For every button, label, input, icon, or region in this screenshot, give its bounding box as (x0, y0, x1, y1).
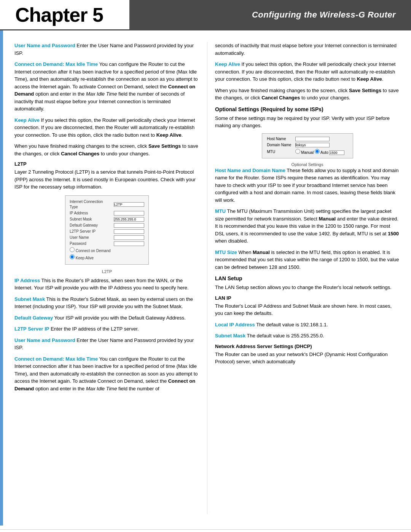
subnet-mask2-text: The default value is 255.255.255.0. (245, 333, 324, 339)
content-wrapper: User Name and Password Enter the User Na… (0, 30, 411, 526)
save-settings-text3: to undo your changes. (99, 151, 150, 157)
mtu-term: MTU (215, 208, 226, 214)
l2tp-server-ip-term: L2TP Server IP (14, 326, 49, 332)
chapter-title: Chapter 5 (15, 3, 103, 26)
host-domain-p: Host Name and Domain Name These fields a… (215, 167, 400, 204)
chapter-subtitle: Configuring the Wireless-G Router (252, 10, 396, 20)
main-content: User Name and Password Enter the User Na… (3, 30, 411, 526)
l2tp-type-field[interactable] (114, 202, 144, 207)
right-keep-alive-p: Keep Alive If you select this option, th… (215, 61, 400, 83)
right-save-bold1: Save Settings (349, 88, 381, 93)
left-column: User Name and Password Enter the User Na… (3, 42, 207, 514)
save-settings-text1: When you have finished making changes to… (14, 143, 148, 149)
mtu-size-text1: When (237, 249, 253, 255)
lan-setup-heading: LAN Setup (215, 275, 400, 281)
host-name-field[interactable] (295, 137, 330, 141)
page-header: Chapter 5 Configuring the Wireless-G Rou… (0, 0, 411, 30)
optional-settings-caption: Optional Settings (215, 162, 400, 167)
right-save-text3: to undo your changes. (300, 95, 350, 101)
ip-address-text: This is the Router's IP address, when se… (14, 278, 189, 291)
connect-on-demand-term: Connect on Demand: Max Idle Time (14, 61, 98, 67)
connect-on-demand-text6: field the number of (117, 386, 159, 391)
max-idle-time-italic: Max Idle Time (86, 91, 117, 97)
local-ip-term: Local IP Address (215, 322, 255, 328)
mtu-size-manual-bold: Manual (253, 249, 270, 255)
page-footer: Wireless-G VPN Router with RangeBooster … (0, 529, 411, 532)
keep-alive-bold: Keep Alive (156, 132, 182, 138)
keep-alive-text2: . (182, 132, 183, 138)
default-gateway-term: Default Gateway (14, 315, 53, 321)
chapter-title-area: Chapter 5 (0, 0, 129, 29)
mtu-auto-radio-label: Auto (315, 150, 328, 155)
right-p1: seconds of inactivity that must elapse b… (215, 42, 400, 57)
user-name-password-term: User Name and Password (14, 43, 75, 48)
user-name-password-p1: User Name and Password Enter the User Na… (14, 42, 199, 57)
mtu-p: MTU The MTU (Maximum Transmission Unit) … (215, 208, 400, 245)
right-column: seconds of inactivity that must elapse b… (207, 42, 411, 514)
default-gateway-p: Default Gateway Your ISP will provide yo… (14, 314, 199, 322)
l2tp-server-ip-p: L2TP Server IP Enter the IP address of t… (14, 325, 199, 333)
user-name-password-p2: User Name and Password Enter the User Na… (14, 337, 199, 351)
mtu-manual-radio[interactable] (295, 149, 300, 154)
chapter-subtitle-area: Configuring the Wireless-G Router (129, 0, 411, 29)
l2tp-gateway-field[interactable] (114, 223, 144, 228)
host-domain-term: Host Name and Domain Name (215, 168, 285, 173)
l2tp-server-ip-text: Enter the IP address of the L2TP server. (49, 326, 139, 332)
l2tp-ip-field[interactable] (114, 211, 144, 216)
l2tp-description: Layer 2 Tunneling Protocol (L2TP) is a s… (14, 168, 199, 191)
domain-name-field[interactable] (295, 143, 330, 147)
connect-on-demand-text5: option and enter in the (34, 386, 86, 391)
local-ip-text: The default value is 192.168.1.1. (255, 322, 328, 328)
right-keep-alive-term: Keep Alive (215, 61, 240, 67)
lan-ip-p1: The Router's Local IP Address and Subnet… (215, 302, 400, 317)
l2tp-subnet-field[interactable] (114, 217, 144, 222)
l2tp-server-ip-field[interactable] (114, 229, 144, 234)
optional-settings-heading: Optional Settings (Required by some ISPs… (215, 106, 400, 112)
mtu-1500-bold: 1500 (388, 231, 399, 236)
l2tp-caption: L2TP (14, 269, 199, 274)
ip-address-p: IP Address This is the Router's IP addre… (14, 277, 199, 292)
mtu-size-term: MTU Size (215, 249, 237, 255)
save-settings-bold1: Save Settings (148, 143, 181, 149)
default-gateway-text: Your ISP will provide you with the Defau… (53, 315, 186, 321)
dhcp-heading: Network Address Server Settings (DHCP) (215, 343, 400, 349)
optional-settings-image: Host Name Domain Name MTU Manual Auto (262, 133, 353, 158)
l2tp-image: Internet Connection Type IP Address Subn… (65, 195, 149, 265)
subnet-mask-term: Subnet Mask (14, 296, 45, 302)
ip-address-term: IP Address (14, 278, 40, 283)
user-name-password-term2: User Name and Password (14, 337, 75, 343)
lan-setup-p1: The LAN Setup section allows you to chan… (215, 284, 400, 291)
right-cancel-bold: Cancel Changes (261, 95, 300, 101)
mtu-size-p: MTU Size When Manual is selected in the … (215, 249, 400, 271)
cancel-changes-bold: Cancel Changes (61, 151, 99, 157)
optional-settings-p1: Some of these settings may be required b… (215, 115, 400, 129)
mtu-text3: when disabled. (215, 238, 248, 244)
subnet-mask2-term: Subnet Mask (215, 333, 245, 339)
max-idle-time-italic2: Max Idle Time (86, 386, 117, 391)
l2tp-password-field[interactable] (114, 241, 144, 246)
connect-on-demand-p1: Connect on Demand: Max Idle Time You can… (14, 61, 199, 113)
mtu-manual-radio-label: Manual (295, 150, 314, 155)
l2tp-username-field[interactable] (114, 235, 144, 240)
keep-alive-p1: Keep Alive If you select this option, th… (14, 117, 199, 139)
dhcp-p1: The Router can be used as your network's… (215, 351, 400, 366)
l2tp-keep-alive-radio[interactable] (70, 254, 75, 259)
connect-on-demand-p2: Connect on Demand: Max Idle Time You can… (14, 355, 199, 393)
right-save-text1: When you have finished making changes to… (215, 88, 349, 93)
subnet-mask2-p: Subnet Mask The default value is 255.255… (215, 332, 400, 340)
connect-on-demand-text2: option and enter in the (34, 91, 86, 97)
right-keep-alive-text2: . (382, 76, 384, 82)
save-settings-p1: When you have finished making changes to… (14, 142, 199, 157)
lan-ip-heading: LAN IP (215, 295, 400, 301)
keep-alive-term: Keep Alive (14, 117, 40, 123)
mtu-manual-bold: Manual (319, 216, 336, 222)
right-keep-alive-bold: Keep Alive (357, 76, 382, 82)
subnet-mask-p: Subnet Mask This is the Router's Subnet … (14, 296, 199, 310)
l2tp-heading: L2TP (14, 161, 199, 167)
mtu-size-field[interactable] (329, 150, 344, 155)
local-ip-p: Local IP Address The default value is 19… (215, 321, 400, 329)
l2tp-connect-on-demand-radio[interactable] (70, 247, 75, 252)
sidebar-accent (0, 30, 3, 526)
mtu-auto-radio[interactable] (315, 149, 320, 154)
right-save-settings-p: When you have finished making changes to… (215, 87, 400, 102)
